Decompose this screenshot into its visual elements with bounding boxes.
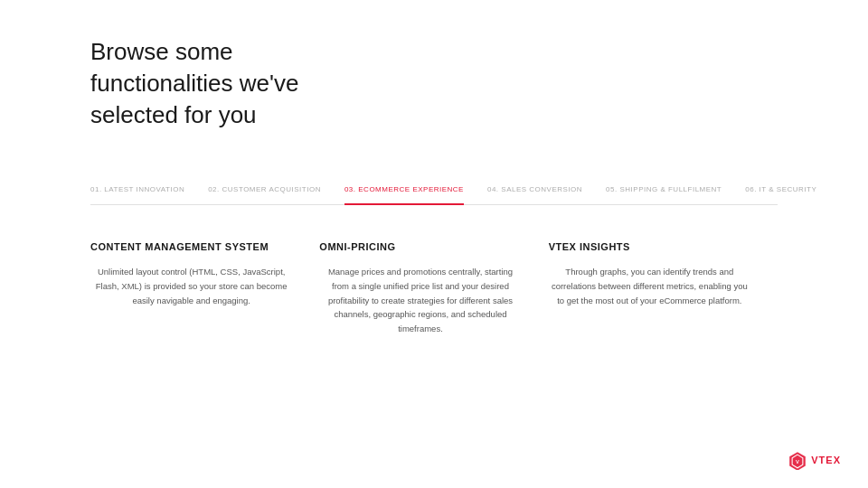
- tab-06[interactable]: 06. IT & SECURITY: [745, 176, 833, 204]
- tab-01[interactable]: 01. LATEST INNOVATION: [90, 176, 201, 204]
- page-title: Browse some functionalities we've select…: [90, 36, 380, 131]
- col-omni-body: Manage prices and promotions centrally, …: [319, 265, 521, 335]
- vtex-logo-text: VTEX: [811, 455, 841, 465]
- col-omni: OMNI-PRICINGManage prices and promotions…: [319, 241, 548, 335]
- col-cms: CONTENT MANAGEMENT SYSTEMUnlimited layou…: [90, 241, 319, 335]
- col-insights-body: Through graphs, you can identify trends …: [549, 265, 750, 307]
- svg-text:V: V: [796, 459, 799, 465]
- vtex-logo-icon: V: [788, 450, 807, 470]
- col-omni-title: OMNI-PRICING: [319, 241, 521, 252]
- col-insights: VTEX INSIGHTSThrough graphs, you can ide…: [549, 241, 778, 335]
- tab-04[interactable]: 04. SALES CONVERSION: [487, 176, 599, 204]
- tabs-navigation: 01. LATEST INNOVATION02. CUSTOMER ACQUIS…: [90, 176, 778, 205]
- vtex-logo: V VTEX: [788, 450, 841, 470]
- tab-05[interactable]: 05. SHIPPING & FULLFILMENT: [606, 176, 738, 204]
- tab-02[interactable]: 02. CUSTOMER ACQUISITION: [208, 176, 337, 204]
- col-insights-title: VTEX INSIGHTS: [549, 241, 750, 252]
- heading-section: Browse some functionalities we've select…: [90, 0, 778, 131]
- page-container: Browse some functionalities we've select…: [0, 0, 868, 488]
- tab-03[interactable]: 03. ECOMMERCE EXPERIENCE: [344, 176, 480, 204]
- col-cms-body: Unlimited layout control (HTML, CSS, Jav…: [90, 265, 292, 307]
- col-cms-title: CONTENT MANAGEMENT SYSTEM: [90, 241, 292, 252]
- content-columns: CONTENT MANAGEMENT SYSTEMUnlimited layou…: [90, 241, 778, 335]
